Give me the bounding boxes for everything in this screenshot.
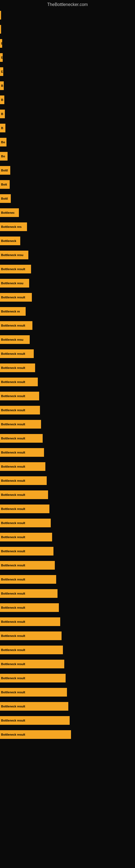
bar-row: Bottleneck res xyxy=(0,220,135,234)
bar: Bottleneck result xyxy=(0,349,34,358)
bar: Bottleneck resu xyxy=(0,335,30,344)
bar: Bottleneck result xyxy=(0,589,57,598)
bar-label: Bottleneck result xyxy=(1,324,25,327)
bar-row: E xyxy=(0,51,135,65)
bar: Bo xyxy=(0,152,8,161)
bar-label: Bottleneck result xyxy=(1,408,25,412)
bar-row: Bottleneck result xyxy=(0,657,135,671)
bar-label: Bottleneck resu xyxy=(1,338,24,341)
bar: Bottleneck result xyxy=(0,462,45,471)
bar-row: Bottleneck result xyxy=(0,544,135,558)
bar-row: Bottleneck result xyxy=(0,558,135,572)
bar: Bott xyxy=(0,180,10,189)
bar-row: Bottleneck result xyxy=(0,290,135,304)
bar-label: Bottleneck result xyxy=(1,592,25,595)
bar-row: Bottleneck resu xyxy=(0,333,135,347)
bar-label: Bottleneck result xyxy=(1,366,25,369)
bar-row: Bottleneck result xyxy=(0,431,135,445)
bar-label: Bottleneck result xyxy=(1,705,25,708)
bar-label: Bottleneck result xyxy=(1,380,25,383)
bar: Bottleneck result xyxy=(0,631,61,640)
bar-label: Bottleneck result xyxy=(1,423,25,426)
bar-row: Bottleneck result xyxy=(0,389,135,403)
bar-label: Bottleneck result xyxy=(1,268,25,271)
bar-row: Bottleneck result xyxy=(0,403,135,417)
bar: B xyxy=(0,124,5,132)
bar-row: Bott xyxy=(0,177,135,191)
bar: E xyxy=(0,53,3,62)
bar-row: Bottleneck result xyxy=(0,699,135,713)
bar-row: E xyxy=(0,36,135,51)
bar-label: Bottleneck re xyxy=(1,310,20,313)
bar-row: Bottleneck result xyxy=(0,488,135,502)
bar: Bottleneck result xyxy=(0,547,53,556)
bar-label: Bottleneck result xyxy=(1,733,25,736)
bar: Bottleneck result xyxy=(0,504,49,513)
bar xyxy=(0,25,1,34)
bar-row: Bottl xyxy=(0,191,135,206)
bar-row: Bottleneck result xyxy=(0,586,135,600)
bar-row: Bottleneck result xyxy=(0,318,135,333)
bar-label: Bottl xyxy=(1,197,8,200)
bar-label: Bottleneck res xyxy=(1,225,21,228)
bar-row: Bottleneck result xyxy=(0,643,135,657)
bar: Bottleneck result xyxy=(0,378,38,386)
bar-label: Bottleneck result xyxy=(1,521,25,525)
bar: Bottleneck result xyxy=(0,364,35,372)
bar-label: B xyxy=(1,98,3,101)
bar-label: B xyxy=(1,84,3,87)
bar-row: Bottleneck result xyxy=(0,685,135,699)
bar-row: Bottleneck result xyxy=(0,361,135,375)
bar-row: Bottl xyxy=(0,163,135,177)
bar-label: Bottleneck result xyxy=(1,535,25,539)
bar-label: Bottleneck result xyxy=(1,648,25,652)
bar: Bottleneck result xyxy=(0,646,63,654)
bar: Bottlenec xyxy=(0,208,19,217)
bar: B xyxy=(0,95,4,104)
bar-row: Bottleneck re xyxy=(0,304,135,318)
bar-row: Bottleneck result xyxy=(0,445,135,460)
bar: Bottleneck result xyxy=(0,265,31,273)
bar-label: Bottleneck result xyxy=(1,479,25,482)
bar: B xyxy=(0,82,4,90)
bar-label: Bottleneck result xyxy=(1,691,25,694)
bar: Bottleneck result xyxy=(0,575,56,584)
bar-row: Bo xyxy=(0,135,135,149)
bar-label: Bottleneck result xyxy=(1,606,25,609)
bar: Bottleneck result xyxy=(0,617,60,626)
bar: Bottleneck re xyxy=(0,307,26,316)
bar: Bottleneck result xyxy=(0,702,68,711)
bar-label: B xyxy=(1,112,3,116)
bar: Bottleneck result xyxy=(0,420,41,429)
bar-label: Bottleneck result xyxy=(1,437,25,440)
bar: Bottleneck result xyxy=(0,688,67,696)
bar-label: B xyxy=(1,126,3,130)
bar: Bottleneck result xyxy=(0,561,55,569)
bar-label: Bo xyxy=(1,141,5,144)
bar-row: B xyxy=(0,79,135,93)
bar-row: Bottleneck result xyxy=(0,375,135,389)
bar: Bottleneck result xyxy=(0,490,48,499)
bar-row: Bottleneck resu xyxy=(0,276,135,290)
bar-row: E xyxy=(0,65,135,79)
bar-label: Bottleneck result xyxy=(1,394,25,398)
bar-label: Bottleneck result xyxy=(1,507,25,510)
bar-label: Bottleneck result xyxy=(1,662,25,665)
bar-row xyxy=(0,22,135,36)
bar: Bottleneck result xyxy=(0,406,40,414)
bar: Bottleneck result xyxy=(0,519,51,527)
bar-row: B xyxy=(0,93,135,107)
bar-row: Bottleneck result xyxy=(0,572,135,586)
bar-row: Bottlenec xyxy=(0,206,135,220)
bar-row: Bottleneck result xyxy=(0,530,135,544)
bar: Bottl xyxy=(0,166,10,175)
bar-label: Bottleneck result xyxy=(1,620,25,623)
bar-label: Bottleneck result xyxy=(1,719,25,722)
bar-label: Bottleneck result xyxy=(1,451,25,454)
bar: Bottleneck result xyxy=(0,434,43,443)
bar: Bottleneck result xyxy=(0,533,52,541)
bar-row: Bottleneck result xyxy=(0,516,135,530)
bar: Bottleneck result xyxy=(0,476,47,485)
bar-row: Bottleneck result xyxy=(0,713,135,727)
bar-label: Bottleneck result xyxy=(1,677,25,680)
